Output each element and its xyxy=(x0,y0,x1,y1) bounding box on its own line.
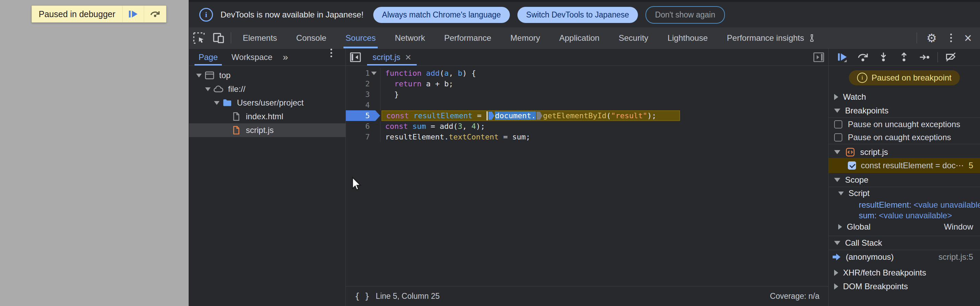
navigator-kebab-menu-icon[interactable] xyxy=(324,49,345,65)
step-over-icon xyxy=(150,9,161,19)
chevron-right-icon xyxy=(834,284,838,290)
scope-var-resultelement[interactable]: resultElement: <value unavailable> xyxy=(829,199,980,210)
devtools-close-icon[interactable]: × xyxy=(962,32,974,45)
tab-sources[interactable]: Sources xyxy=(336,27,385,48)
tree-item-index-html[interactable]: index.html xyxy=(189,110,345,123)
paused-banner-text: Paused in debugger xyxy=(39,9,115,19)
tab-application[interactable]: Application xyxy=(550,27,609,48)
device-toolbar-icon[interactable] xyxy=(209,27,229,48)
section-watch[interactable]: Watch xyxy=(829,90,980,104)
step-over-icon[interactable] xyxy=(854,50,872,65)
code-line-4[interactable]: 4 xyxy=(346,100,828,110)
file-tree: topfile://Users/user/projectindex.htmlsc… xyxy=(189,66,345,137)
code-token xyxy=(385,80,395,88)
switch-devtools-japanese-button[interactable]: Switch DevTools to Japanese xyxy=(517,7,638,23)
line-number-5[interactable]: 5 xyxy=(346,110,380,121)
banner-step-over-button[interactable] xyxy=(144,6,166,22)
tab-performance-insights[interactable]: Performance insights xyxy=(718,27,826,48)
always-match-language-button[interactable]: Always match Chrome's language xyxy=(373,7,510,23)
tab-workspace[interactable]: Workspace xyxy=(224,49,279,65)
code-editor[interactable]: 1function add(a, b) {2 return a + b;3 }4… xyxy=(346,66,828,286)
tab-lighthouse[interactable]: Lighthouse xyxy=(658,27,717,48)
fold-arrow-icon[interactable] xyxy=(371,72,377,75)
more-tabs-icon[interactable]: » xyxy=(279,49,293,65)
code-line-5[interactable]: 5const resultElement = document.getEleme… xyxy=(346,110,828,121)
dont-show-again-button[interactable]: Don't show again xyxy=(646,6,725,24)
collapse-sidebar-icon[interactable] xyxy=(346,49,365,65)
tab-memory[interactable]: Memory xyxy=(501,27,550,48)
pause-caught-row[interactable]: Pause on caught exceptions xyxy=(829,131,980,144)
step-out-icon[interactable] xyxy=(895,50,913,65)
inline-breakpoint-marker[interactable] xyxy=(536,112,542,120)
inline-breakpoint-marker-active[interactable] xyxy=(488,112,494,120)
expand-sidebar-icon[interactable] xyxy=(809,49,828,65)
tree-item-users-user-project[interactable]: Users/user/project xyxy=(189,96,345,110)
chevron-down-icon[interactable] xyxy=(204,88,212,91)
paused-in-debugger-banner: Paused in debugger xyxy=(32,5,166,22)
editor-tab-scriptjs[interactable]: script.js × xyxy=(365,49,419,65)
section-call-stack[interactable]: Call Stack xyxy=(829,236,980,250)
section-breakpoints[interactable]: Breakpoints xyxy=(829,104,980,118)
section-dom-breakpoints[interactable]: DOM Breakpoints xyxy=(829,280,980,293)
pause-caught-checkbox[interactable] xyxy=(834,133,842,142)
tree-item-label: file:// xyxy=(228,84,245,94)
code-token: = sum; xyxy=(499,132,530,141)
banner-resume-button[interactable] xyxy=(122,6,144,22)
pause-uncaught-checkbox[interactable] xyxy=(834,120,842,129)
code-token: a xyxy=(444,69,449,77)
step-into-icon[interactable] xyxy=(875,50,892,65)
tab-label: Lighthouse xyxy=(667,33,708,43)
code-line-3[interactable]: 3 } xyxy=(346,89,828,100)
pretty-print-icon[interactable]: { } xyxy=(355,292,369,301)
code-line-text-6: const sum = add(3, 4); xyxy=(380,121,485,132)
tree-item-label: Users/user/project xyxy=(237,98,304,108)
deactivate-breakpoints-icon[interactable] xyxy=(942,50,960,65)
code-token: add xyxy=(426,69,440,77)
breakpoint-file-group[interactable]: script.js xyxy=(829,144,980,158)
line-number-7[interactable]: 7 xyxy=(346,132,380,142)
scope-global-group[interactable]: Global Window xyxy=(829,221,980,233)
code-line-6[interactable]: 6const sum = add(3, 4); xyxy=(346,121,828,132)
line-number-4[interactable]: 4 xyxy=(346,100,380,110)
code-line-1[interactable]: 1function add(a, b) { xyxy=(346,68,828,78)
line-number-6[interactable]: 6 xyxy=(346,121,380,132)
main-toolbar: ElementsConsoleSourcesNetworkPerformance… xyxy=(189,27,980,49)
settings-gear-icon[interactable]: ⚙ xyxy=(923,31,940,45)
scope-script-group[interactable]: Script xyxy=(829,187,980,199)
tree-item-top[interactable]: top xyxy=(189,69,345,82)
code-token: "result" xyxy=(611,112,647,120)
tree-item-script-js[interactable]: script.js xyxy=(189,123,345,137)
line-number-2[interactable]: 2 xyxy=(346,78,380,89)
code-token: 3 xyxy=(458,122,462,131)
line-number-1[interactable]: 1 xyxy=(346,68,380,78)
pause-uncaught-row[interactable]: Pause on uncaught exceptions xyxy=(829,118,980,131)
inspect-element-icon[interactable] xyxy=(189,27,209,48)
tab-performance[interactable]: Performance xyxy=(434,27,501,48)
code-line-2[interactable]: 2 return a + b; xyxy=(346,78,828,89)
callstack-frame-anonymous[interactable]: (anonymous) script.js:5 xyxy=(829,250,980,264)
tab-security[interactable]: Security xyxy=(609,27,658,48)
code-line-7[interactable]: 7resultElement.textContent = sum; xyxy=(346,132,828,142)
line-number-3[interactable]: 3 xyxy=(346,89,380,100)
tab-console[interactable]: Console xyxy=(286,27,336,48)
more-menu-icon[interactable] xyxy=(944,33,959,42)
tab-elements[interactable]: Elements xyxy=(233,27,286,48)
scope-var-sum[interactable]: sum: <value unavailable> xyxy=(829,210,980,221)
debugger-pane: i Paused on breakpoint Watch Breakpoints xyxy=(829,49,980,306)
resume-icon[interactable] xyxy=(834,50,851,65)
editor-tab-close-icon[interactable]: × xyxy=(405,51,411,63)
section-scope[interactable]: Scope xyxy=(829,173,980,187)
line-number-text: 5 xyxy=(365,112,370,120)
step-icon[interactable] xyxy=(916,50,934,65)
tree-item-file[interactable]: file:// xyxy=(189,82,345,96)
breakpoint-checkbox[interactable] xyxy=(848,161,856,170)
chevron-right-icon xyxy=(834,94,838,100)
chevron-down-icon[interactable] xyxy=(194,74,204,77)
section-xhr-breakpoints[interactable]: XHR/fetch Breakpoints xyxy=(829,266,980,280)
chevron-down-icon xyxy=(838,191,844,195)
tab-network[interactable]: Network xyxy=(385,27,434,48)
mouse-cursor-icon xyxy=(349,176,364,191)
chevron-down-icon[interactable] xyxy=(212,101,221,105)
tab-page[interactable]: Page xyxy=(192,49,224,65)
breakpoint-entry[interactable]: const resultElement = doc⋯ 5 xyxy=(829,158,980,173)
